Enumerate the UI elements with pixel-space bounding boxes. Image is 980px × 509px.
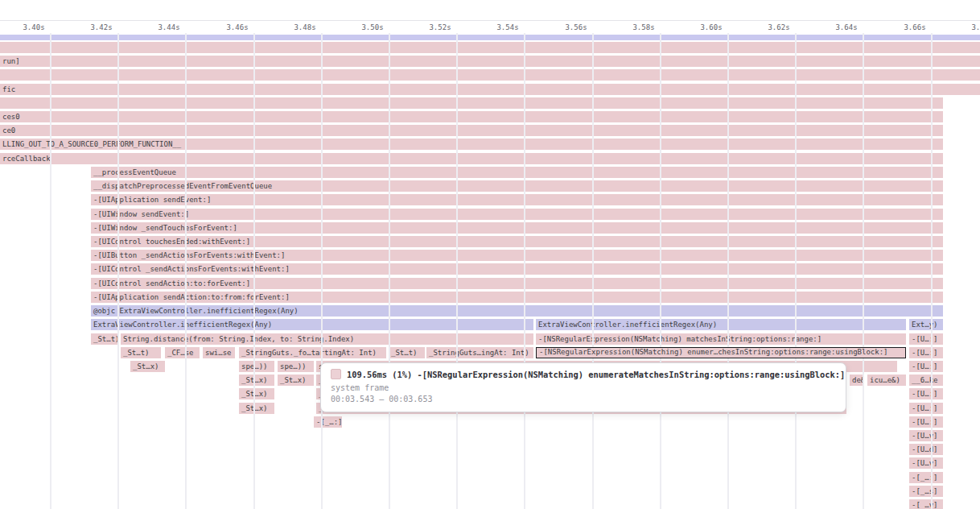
gridline bbox=[50, 33, 51, 509]
flame-segment-selected[interactable]: -[NSRegularExpression(NSMatching) enumer… bbox=[536, 347, 906, 358]
flame-segment[interactable]: -[U…v] bbox=[909, 457, 943, 469]
flame-segment[interactable]: -[NSRegularExpression(NSMatching) matche… bbox=[536, 333, 906, 345]
flame-segment[interactable]: run] bbox=[0, 56, 980, 67]
flame-segment[interactable]: icu…e&) bbox=[867, 375, 906, 386]
flame-segment[interactable]: -[U…:] bbox=[909, 361, 943, 372]
flame-segment[interactable]: -[UIControl sendAction:to:forEvent:] bbox=[91, 278, 943, 289]
flame-segment[interactable]: _CF…se bbox=[165, 347, 200, 358]
gridline bbox=[863, 33, 864, 509]
gridline bbox=[727, 33, 729, 509]
ruler-tick: 3.48s bbox=[294, 23, 315, 31]
flame-segment[interactable]: _St…t) bbox=[389, 347, 425, 358]
flame-segment[interactable]: LLING_OUT_TO_A_SOURCE0_PERFORM_FUNCTION_… bbox=[0, 139, 943, 150]
flame-segment[interactable]: Ext…y) bbox=[909, 319, 943, 330]
flame-segment[interactable]: rceCallback bbox=[0, 153, 943, 164]
flame-segment[interactable]: __6…ke bbox=[909, 375, 943, 386]
flame-segment[interactable]: -[U…v] bbox=[909, 430, 943, 441]
flame-segment[interactable]: _St…t) bbox=[91, 333, 119, 345]
ruler-tick: 3.62s bbox=[768, 23, 789, 31]
flame-segment[interactable]: _St…x) bbox=[239, 388, 274, 399]
gridline bbox=[795, 33, 797, 509]
tooltip-subtitle: system frame bbox=[331, 383, 836, 392]
ruler-tick: 3.56s bbox=[565, 23, 587, 31]
flame-segment[interactable]: ExtraViewController.inefficientRegex(Any… bbox=[536, 319, 906, 330]
flame-segment[interactable]: ExtraViewController.inefficientRegex(Any… bbox=[91, 319, 533, 330]
flame-segment[interactable]: _St…x) bbox=[278, 375, 314, 386]
gridline bbox=[931, 33, 933, 509]
flame-segment[interactable]: -[UIWindow sendEvent:] bbox=[91, 209, 943, 220]
flame-segment[interactable]: ce0 bbox=[0, 125, 943, 136]
flame-segment[interactable]: __processEventQueue bbox=[91, 167, 943, 178]
flame-segment[interactable]: -[U…:] bbox=[909, 347, 943, 358]
gridline bbox=[253, 33, 255, 509]
flame-segment[interactable]: -[U…d] bbox=[909, 444, 943, 455]
flame-segment[interactable]: -[U…:] bbox=[909, 403, 943, 414]
ruler-tick: 3.50s bbox=[361, 23, 383, 31]
gridline bbox=[592, 33, 594, 509]
flame-segment[interactable]: @objc ExtraViewController.inefficientReg… bbox=[91, 305, 943, 317]
flame-segment[interactable]: -[UIWindow _sendTouchesForEvent:] bbox=[91, 222, 943, 234]
flame-segment[interactable]: -[UIControl touchesEnded:withEvent:] bbox=[91, 236, 943, 247]
flame-segment[interactable] bbox=[0, 97, 943, 109]
ruler-tick: 3.40s bbox=[23, 23, 44, 31]
flame-segment[interactable]: String.distance(from: String.Index, to: … bbox=[121, 333, 533, 345]
ruler-tick: 3.46s bbox=[226, 23, 248, 31]
ruler-tick: 3.68s bbox=[971, 23, 980, 31]
gridline bbox=[117, 33, 119, 509]
flame-segment[interactable]: _St…t) bbox=[121, 347, 161, 358]
flame-segment[interactable]: _St…x) bbox=[239, 403, 274, 414]
ruler-tick: 3.64s bbox=[835, 23, 857, 31]
flame-segment[interactable]: -[UIControl _sendActionsForEvents:withEv… bbox=[91, 263, 943, 275]
tooltip: 109.56ms (1%) -[NSRegularExpression(NSMa… bbox=[320, 362, 846, 412]
flame-segment[interactable]: _StringGuts._fo…tartingAt: Int) bbox=[239, 347, 386, 358]
tooltip-color-swatch bbox=[331, 369, 341, 379]
flame-segment[interactable]: spe…)) bbox=[239, 361, 274, 372]
flame-segment[interactable]: -[UIApplication sendAction:to:from:forEv… bbox=[91, 292, 943, 303]
flame-segment[interactable]: _St…x) bbox=[239, 375, 274, 386]
flame-segment[interactable] bbox=[0, 42, 980, 53]
flame-segment[interactable]: ces0 bbox=[0, 111, 943, 122]
flame-segment[interactable]: swi…se bbox=[203, 347, 235, 358]
time-ruler[interactable]: 3.40s3.42s3.44s3.46s3.48s3.50s3.52s3.54s… bbox=[0, 20, 980, 34]
gridline bbox=[321, 33, 323, 509]
flame-segment[interactable]: -[_…:] bbox=[314, 416, 342, 428]
ruler-tick: 3.66s bbox=[904, 23, 925, 31]
instruments-flame-chart-view: 3.40s3.42s3.44s3.46s3.48s3.50s3.52s3.54s… bbox=[0, 0, 980, 509]
flame-segment[interactable] bbox=[0, 35, 980, 40]
gridline bbox=[185, 33, 187, 509]
ruler-tick: 3.60s bbox=[700, 23, 722, 31]
flame-segment[interactable]: -[U…:] bbox=[909, 388, 943, 399]
tooltip-time-range: 00:03.543 — 00:03.653 bbox=[331, 395, 836, 403]
flame-segment[interactable]: fic bbox=[0, 84, 980, 95]
ruler-tick: 3.58s bbox=[632, 23, 654, 31]
flame-segment[interactable]: -[_…:] bbox=[909, 472, 943, 483]
flame-segment[interactable]: _St…x) bbox=[130, 361, 165, 372]
flame-segment[interactable]: -[U…:] bbox=[909, 333, 943, 345]
flame-segment[interactable]: _StringGuts…ingAt: Int) bbox=[426, 347, 533, 358]
ruler-tick: 3.42s bbox=[90, 23, 112, 31]
flame-segment[interactable]: -[UIApplication sendEvent:] bbox=[91, 194, 943, 205]
gridline bbox=[524, 33, 525, 509]
flame-segment[interactable]: -[UIButton _sendActionsForEvents:withEve… bbox=[91, 250, 943, 261]
ruler-tick: 3.52s bbox=[429, 23, 451, 31]
ruler-tick: 3.44s bbox=[158, 23, 179, 31]
flame-segment[interactable] bbox=[0, 69, 980, 81]
gridline bbox=[389, 33, 390, 509]
tooltip-title: 109.56ms (1%) -[NSRegularExpression(NSMa… bbox=[347, 370, 845, 379]
flame-segment[interactable]: -[U…:] bbox=[909, 416, 943, 428]
flame-segment[interactable]: __dispatchPreprocessedEventFromEventQueu… bbox=[91, 180, 943, 192]
gridline bbox=[456, 33, 458, 509]
ruler-tick: 3.54s bbox=[496, 23, 518, 31]
flame-segment[interactable]: spe…)) bbox=[278, 361, 314, 372]
flame-segment[interactable]: -[_…s] bbox=[909, 486, 943, 497]
gridline bbox=[660, 33, 661, 509]
